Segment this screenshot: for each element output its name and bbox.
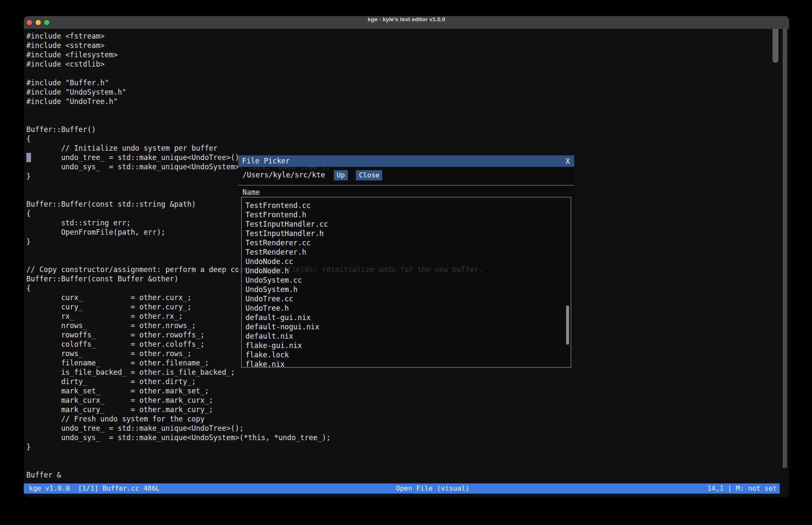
- path-row: /Users/kyle/src/kte Up Close: [238, 167, 574, 182]
- window-title: kge - kyle's text editor v1.0.0: [24, 16, 789, 29]
- window-titlebar[interactable]: kge - kyle's text editor v1.0.0: [24, 16, 789, 29]
- file-list[interactable]: TestFrontend.ccTestFrontend.hTestInputHa…: [241, 197, 571, 368]
- file-picker-dialog: File Picker X /Users/kyle/src/kte Up Clo…: [238, 155, 574, 366]
- file-list-item[interactable]: UndoSystem.cc: [245, 275, 571, 285]
- file-list-item[interactable]: flake.nix: [245, 359, 571, 368]
- file-list-item[interactable]: TestFrontend.cc: [245, 201, 571, 210]
- dialog-titlebar[interactable]: File Picker: [238, 155, 574, 167]
- dialog-close-icon[interactable]: X: [566, 155, 570, 167]
- file-list-item[interactable]: UndoTree.cc: [245, 294, 571, 303]
- file-list-item[interactable]: flake.lock: [245, 350, 571, 359]
- app-window: #include <fstream> #include <sstream> #i…: [24, 16, 789, 497]
- text-cursor: [26, 153, 31, 162]
- dialog-body: /Users/kyle/src/kte Up Close Name TestFr…: [238, 167, 574, 366]
- close-button[interactable]: Close: [356, 170, 382, 180]
- status-mode: Open File (visual): [396, 483, 469, 494]
- file-list-item[interactable]: TestFrontend.h: [245, 210, 571, 219]
- dialog-title: File Picker: [242, 157, 290, 165]
- list-scrollbar-thumb[interactable]: [566, 306, 569, 345]
- file-list-item[interactable]: TestRenderer.cc: [245, 238, 571, 247]
- status-file-info: kge v1.0.0 [1/1] Buffer.cc 486L: [29, 483, 160, 494]
- file-list-item[interactable]: TestRenderer.h: [245, 247, 571, 257]
- file-list-item[interactable]: UndoSystem.h: [245, 285, 571, 294]
- column-header-name: Name: [238, 185, 574, 197]
- file-list-item[interactable]: UndoNode.cc: [245, 257, 571, 266]
- file-list-item[interactable]: UndoNode.h: [245, 266, 571, 275]
- scrollbar-track[interactable]: [783, 16, 787, 468]
- status-bar: kge v1.0.0 [1/1] Buffer.cc 486L Open Fil…: [24, 483, 780, 494]
- file-list-item[interactable]: default-nogui.nix: [245, 322, 571, 331]
- file-list-item[interactable]: TestInputHandler.cc: [245, 219, 571, 229]
- file-list-item[interactable]: TestInputHandler.h: [245, 229, 571, 238]
- current-path: /Users/kyle/src/kte: [242, 171, 325, 179]
- file-list-item[interactable]: default.nix: [245, 331, 571, 341]
- up-button[interactable]: Up: [334, 170, 348, 180]
- status-cursor-info: 14,1 | M: not set: [707, 483, 777, 494]
- file-list-item[interactable]: UndoTree.h: [245, 303, 571, 313]
- file-list-item[interactable]: default-gui.nix: [245, 313, 571, 322]
- file-list-item[interactable]: flake-gui.nix: [245, 341, 571, 350]
- editor-area[interactable]: #include <fstream> #include <sstream> #i…: [24, 29, 789, 497]
